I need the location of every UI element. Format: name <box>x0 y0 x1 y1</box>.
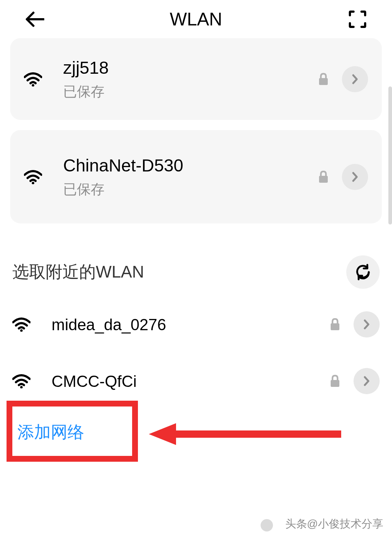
refresh-button[interactable] <box>346 255 380 289</box>
svg-rect-5 <box>331 323 339 330</box>
svg-rect-3 <box>319 176 328 183</box>
add-network-button[interactable]: 添加网络 <box>0 409 392 455</box>
lock-icon <box>329 318 341 331</box>
wifi-icon <box>24 72 42 86</box>
network-name: CMCC-QfCi <box>52 371 329 391</box>
nearby-section-title: 选取附近的WLAN <box>12 261 144 283</box>
network-status: 已保存 <box>63 82 317 101</box>
network-details-button[interactable] <box>342 164 368 190</box>
nearby-section-header: 选取附近的WLAN <box>0 234 392 296</box>
network-text: zjj518 已保存 <box>63 57 317 101</box>
scan-qr-button[interactable] <box>347 9 367 29</box>
header: WLAN <box>0 0 392 38</box>
network-name: ChinaNet-D530 <box>63 155 317 177</box>
network-status: 已保存 <box>63 180 317 199</box>
network-details-button[interactable] <box>354 311 380 337</box>
watermark-logo-icon <box>261 519 273 531</box>
svg-point-4 <box>20 329 23 332</box>
svg-point-0 <box>32 84 34 86</box>
nearby-network-item[interactable]: midea_da_0276 <box>0 296 392 353</box>
saved-network-item[interactable]: zjj518 已保存 <box>10 38 382 120</box>
network-name: midea_da_0276 <box>52 315 329 335</box>
svg-point-6 <box>20 386 23 389</box>
svg-rect-1 <box>319 78 328 85</box>
saved-network-item[interactable]: ChinaNet-D530 已保存 <box>10 130 382 223</box>
nearby-network-item[interactable]: CMCC-QfCi <box>0 353 392 409</box>
back-button[interactable] <box>25 9 45 29</box>
network-details-button[interactable] <box>354 368 380 394</box>
network-name: zjj518 <box>63 57 317 79</box>
watermark-text: 头条@小俊技术分享 <box>285 517 383 531</box>
wifi-icon <box>24 170 42 184</box>
svg-rect-7 <box>331 380 339 387</box>
network-details-button[interactable] <box>342 66 368 92</box>
wifi-icon <box>12 317 30 332</box>
lock-icon <box>317 170 330 183</box>
scrollbar[interactable] <box>388 86 392 224</box>
wifi-icon <box>12 374 30 388</box>
network-text: ChinaNet-D530 已保存 <box>63 155 317 199</box>
svg-point-2 <box>32 182 34 184</box>
lock-icon <box>329 375 341 388</box>
lock-icon <box>317 73 330 86</box>
page-title: WLAN <box>170 9 222 30</box>
